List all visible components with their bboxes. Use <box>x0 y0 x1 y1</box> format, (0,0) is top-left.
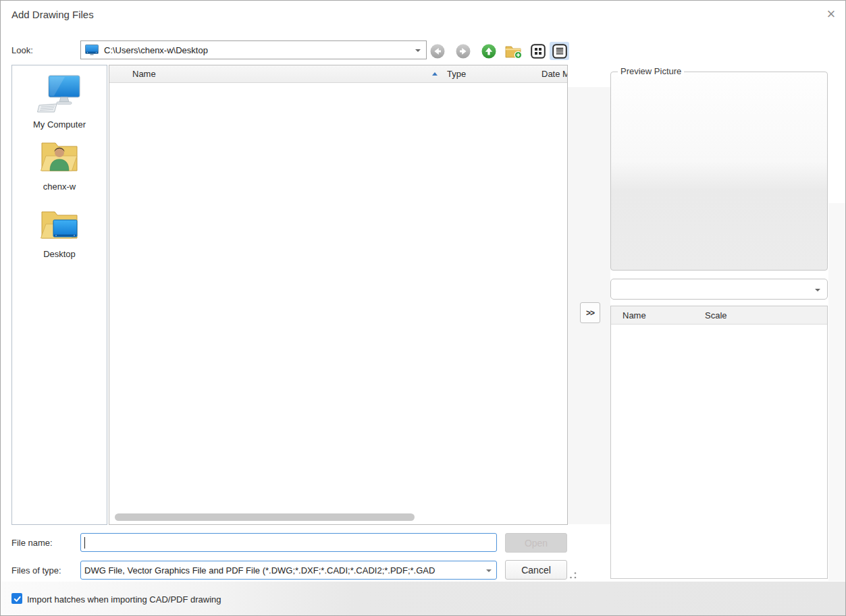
sort-ascending-icon <box>432 72 438 76</box>
close-icon[interactable]: × <box>822 5 841 24</box>
horizontal-scrollbar-thumb[interactable] <box>115 513 415 521</box>
sidebar-item-desktop[interactable]: Desktop <box>12 204 107 259</box>
background-shade <box>828 203 846 581</box>
forward-icon <box>455 43 471 59</box>
column-header-date-modified[interactable]: Date Modified <box>541 69 568 79</box>
places-sidebar: My Computer chenx-w <box>11 65 107 525</box>
file-name-input[interactable] <box>80 533 497 552</box>
preview-picture-title: Preview Picture <box>618 66 684 76</box>
back-icon <box>429 43 446 59</box>
new-folder-button[interactable] <box>504 42 522 60</box>
look-label: Look: <box>11 45 33 55</box>
preview-picture-group: Preview Picture <box>610 72 828 271</box>
sidebar-item-label: My Computer <box>33 119 86 130</box>
selected-drawings-header: Name Scale <box>611 306 827 325</box>
dropdown-arrow-icon <box>815 289 820 291</box>
up-arrow-icon <box>481 43 497 59</box>
drawing-name-combobox[interactable] <box>610 279 828 300</box>
look-path-combobox[interactable]: C:\Users\chenx-w\Desktop <box>80 40 427 59</box>
icon-view-icon <box>530 43 546 59</box>
resize-grip[interactable] <box>569 571 577 582</box>
icon-view-button[interactable] <box>529 42 547 60</box>
sidebar-item-label: Desktop <box>43 249 76 259</box>
files-of-type-combobox[interactable]: DWG File, Vector Graphics File and PDF F… <box>80 561 497 580</box>
dialog-title: Add Drawing Files <box>11 9 94 20</box>
cancel-button[interactable]: Cancel <box>505 560 567 580</box>
sidebar-item-label: chenx-w <box>43 181 76 192</box>
file-name-label: File name: <box>11 538 53 548</box>
new-folder-icon <box>504 43 522 59</box>
import-hatches-checkbox[interactable] <box>11 593 22 604</box>
sidebar-item-user-folder[interactable]: chenx-w <box>12 136 107 192</box>
back-button[interactable] <box>428 42 446 60</box>
column-header-name[interactable]: Name <box>132 69 156 79</box>
column-header-type[interactable]: Type <box>447 69 466 79</box>
files-of-type-label: Files of type: <box>11 565 61 576</box>
sidebar-item-my-computer[interactable]: My Computer <box>12 74 107 130</box>
dropdown-arrow-icon <box>486 569 492 572</box>
user-folder-icon <box>40 136 79 175</box>
desktop-folder-icon <box>40 204 79 243</box>
check-icon <box>13 594 22 603</box>
forward-button[interactable] <box>454 42 472 60</box>
add-drawing-files-dialog: Add Drawing Files × Look: C:\Users\chenx… <box>0 0 846 616</box>
up-one-level-button[interactable] <box>479 42 498 60</box>
monitor-icon <box>85 45 99 55</box>
dropdown-arrow-icon <box>415 49 421 52</box>
list-view-button[interactable] <box>550 42 569 60</box>
list-view-icon <box>552 43 568 59</box>
import-hatches-label: Import hatches when importing CAD/PDF dr… <box>27 594 221 605</box>
open-button[interactable]: Open <box>505 533 567 553</box>
current-path: C:\Users\chenx-w\Desktop <box>104 45 208 55</box>
column-header-scale: Scale <box>705 310 727 320</box>
add-to-list-button[interactable]: >> <box>580 302 600 323</box>
file-list-header: Name Type Date Modified <box>109 65 567 83</box>
column-header-name: Name <box>623 310 646 320</box>
computer-icon <box>37 74 82 113</box>
selected-drawings-list: Name Scale <box>610 306 828 579</box>
file-list: Name Type Date Modified <box>109 65 568 525</box>
files-of-type-value: DWG File, Vector Graphics File and PDF F… <box>84 565 483 576</box>
